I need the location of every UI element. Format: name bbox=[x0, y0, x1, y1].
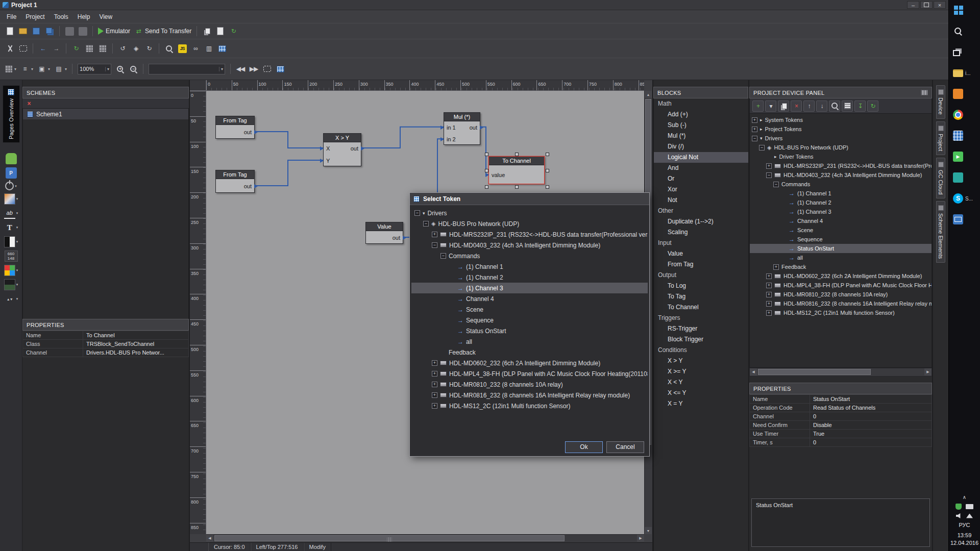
step-forward-button[interactable]: ▶▶ bbox=[248, 62, 260, 76]
tree-expander-icon[interactable]: − bbox=[440, 253, 446, 259]
rotate-right-button[interactable]: ↻ bbox=[143, 42, 155, 55]
device-scroll-right-button[interactable]: ▶ bbox=[924, 368, 932, 375]
scheme-item-scheme1[interactable]: Scheme1 bbox=[23, 109, 188, 119]
tree-expander-icon[interactable]: + bbox=[766, 163, 772, 169]
block-item-sub[interactable]: Sub (-) bbox=[654, 120, 748, 131]
page-refresh-button[interactable]: ↻ bbox=[227, 24, 239, 38]
rotate-left-button[interactable]: ↺ bbox=[116, 42, 129, 55]
duplicate-device-button[interactable] bbox=[778, 101, 789, 112]
title-bar[interactable]: Project 1 bbox=[0, 0, 948, 10]
upload-to-device-button[interactable]: ↧ bbox=[854, 101, 866, 112]
scroll-right-button[interactable]: ▶ bbox=[637, 535, 644, 542]
panel-options-icon[interactable] bbox=[921, 90, 928, 95]
scroll-left-button[interactable]: ◀ bbox=[206, 535, 213, 542]
device-scroll-left-button[interactable]: ◀ bbox=[750, 368, 757, 375]
device-sequence[interactable]: →Sequence bbox=[750, 235, 932, 244]
add-device-dropdown[interactable]: ▾ bbox=[765, 101, 776, 112]
device-1-channel-1[interactable]: →(1) Channel 1 bbox=[750, 189, 932, 198]
mirror-button[interactable]: ◈ bbox=[130, 42, 142, 55]
device-tree-scrollbar[interactable]: ◀ ▶ bbox=[749, 368, 932, 377]
device-project-tokens[interactable]: +▸Project Tokens bbox=[750, 124, 932, 134]
token-channel-4[interactable]: →Channel 4 bbox=[411, 293, 648, 304]
device-drivers[interactable]: −▾Drivers bbox=[750, 134, 932, 143]
add-device-button[interactable]: + bbox=[752, 101, 764, 112]
move-up-button[interactable]: ↑ bbox=[803, 101, 815, 112]
block-item-from-tag[interactable]: From Tag bbox=[654, 259, 748, 270]
device-commands[interactable]: −Commands bbox=[750, 180, 932, 189]
device-1-channel-2[interactable]: →(1) Channel 2 bbox=[750, 198, 932, 207]
horizontal-scroll-thumb[interactable] bbox=[214, 535, 565, 541]
devprop-value-need-confirm[interactable]: Disable bbox=[810, 421, 932, 429]
token-hdl-mr0816-232-8-channels-16a-intelligent-relay-relay-module[interactable]: +HDL-MR0816_232 (8 channels 16A Intellig… bbox=[411, 390, 648, 400]
selection-handle[interactable] bbox=[485, 185, 488, 189]
store-button[interactable] bbox=[949, 149, 980, 164]
snap-grid-button[interactable]: ▾ bbox=[4, 62, 18, 76]
block-item-x-y[interactable]: X >= Y bbox=[654, 366, 748, 377]
send-to-transfer-button[interactable]: ⇄Send To Transfer bbox=[133, 24, 193, 38]
selection-handle[interactable] bbox=[485, 169, 488, 172]
prop-value-class[interactable]: TRSBlock_SendToChannel bbox=[83, 340, 188, 348]
gradient-tool[interactable]: ▾ bbox=[1, 193, 21, 205]
link-button[interactable]: ∞ bbox=[189, 42, 202, 55]
pinned-app-orange[interactable] bbox=[949, 86, 980, 102]
device-1-channel-3[interactable]: →(1) Channel 3 bbox=[750, 207, 932, 216]
order-tool[interactable]: ▾ bbox=[1, 293, 21, 305]
devprop-value-operation-code[interactable]: Read Status of Channels bbox=[810, 404, 932, 412]
device-system-tokens[interactable]: +▸System Tokens bbox=[750, 115, 932, 124]
skype-button[interactable]: S... bbox=[949, 191, 980, 206]
page-copy-button[interactable] bbox=[201, 24, 213, 38]
tree-expander-icon[interactable]: + bbox=[766, 310, 772, 316]
language-indicator[interactable]: РУС bbox=[959, 522, 970, 528]
move-down-button[interactable]: ↓ bbox=[816, 101, 827, 112]
block-item-value[interactable]: Value bbox=[654, 248, 748, 259]
block-item-not[interactable]: Not bbox=[654, 195, 748, 206]
tree-expander-icon[interactable]: + bbox=[773, 264, 779, 270]
token-1-channel-2[interactable]: →(1) Channel 2 bbox=[411, 272, 648, 283]
scroll-up-button[interactable]: ▲ bbox=[645, 91, 652, 98]
android-emulator-tool[interactable] bbox=[1, 153, 21, 164]
token-hdl-mrs232ip-231-rs232-hdl-bus-data-transfer-professional-version[interactable]: +HDL-MRS232IP_231 (RS232<->HDL-BUS data … bbox=[411, 229, 648, 240]
clock[interactable]: 13:59 12.04.2016 bbox=[950, 532, 978, 547]
zoom-out-button[interactable]: − bbox=[127, 62, 139, 76]
step-back-button[interactable]: ◀◀ bbox=[234, 62, 247, 76]
palette-tool[interactable]: ▾ bbox=[1, 265, 21, 276]
device-scroll-thumb[interactable] bbox=[758, 369, 871, 375]
block-item-xor[interactable]: Xor bbox=[654, 184, 748, 195]
token-1-channel-1[interactable]: →(1) Channel 1 bbox=[411, 261, 648, 272]
horizontal-scrollbar[interactable]: ◀ ▶ bbox=[206, 534, 644, 542]
device-list-button[interactable] bbox=[842, 101, 853, 112]
pages-overview-tab[interactable]: Pages Overview bbox=[3, 85, 20, 143]
selection-handle[interactable] bbox=[546, 169, 549, 172]
tree-expander-icon[interactable]: − bbox=[773, 182, 779, 187]
device-hdl-mr0810-232-8-channels-10a-relay[interactable]: +HDL-MR0810_232 (8 channels 10A relay) bbox=[750, 290, 932, 299]
block-item-scaling[interactable]: Scaling bbox=[654, 227, 748, 238]
refresh-devices-button[interactable]: ↻ bbox=[867, 101, 878, 112]
tree-expander-icon[interactable]: + bbox=[766, 273, 772, 279]
tree-expander-icon[interactable]: + bbox=[432, 382, 437, 387]
zoom-in-button[interactable]: + bbox=[114, 62, 126, 76]
tree-expander-icon[interactable]: − bbox=[423, 221, 429, 227]
devprop-value-use-timer[interactable]: True bbox=[810, 430, 932, 438]
token-sequence[interactable]: →Sequence bbox=[411, 315, 648, 325]
block-item-duplicate-1-2[interactable]: Duplicate (1-->2) bbox=[654, 216, 748, 227]
device-hdl-ms12-2c-12in1-multi-function-sensor[interactable]: +HDL-MS12_2C (12in1 Multi function Senso… bbox=[750, 308, 932, 317]
token-feedback[interactable]: Feedback bbox=[411, 347, 648, 358]
selection-handle[interactable] bbox=[515, 153, 519, 156]
token-hdl-bus-pro-network-udp[interactable]: −◈HDL-BUS Pro Network (UDP) bbox=[411, 218, 648, 229]
tree-expander-icon[interactable]: + bbox=[432, 360, 437, 366]
block-item-block-trigger[interactable]: Block Trigger bbox=[654, 334, 748, 345]
order-button[interactable]: ▤▾ bbox=[53, 62, 68, 76]
dialog-title-bar[interactable]: Select Token bbox=[410, 193, 649, 205]
menu-file[interactable]: File bbox=[2, 11, 21, 22]
token-hdl-md0602-232-6ch-2a-intelligent-dimming-module[interactable]: +HDL-MD0602_232 (6ch 2A Intelligent Dimm… bbox=[411, 358, 648, 368]
token-commands[interactable]: −Commands bbox=[411, 251, 648, 261]
emulator-button[interactable]: Emulator bbox=[96, 24, 132, 38]
maximize-button[interactable] bbox=[920, 1, 933, 9]
token-scene[interactable]: →Scene bbox=[411, 304, 648, 315]
block-item-and[interactable]: And bbox=[654, 163, 748, 173]
block-item-to-tag[interactable]: To Tag bbox=[654, 291, 748, 302]
selection-handle[interactable] bbox=[485, 153, 488, 156]
start-button[interactable] bbox=[949, 3, 980, 18]
token-hdl-mr0810-232-8-channels-10a-relay[interactable]: +HDL-MR0810_232 (8 channels 10A relay) bbox=[411, 379, 648, 390]
devprop-value-timer-s[interactable]: 0 bbox=[810, 438, 932, 446]
